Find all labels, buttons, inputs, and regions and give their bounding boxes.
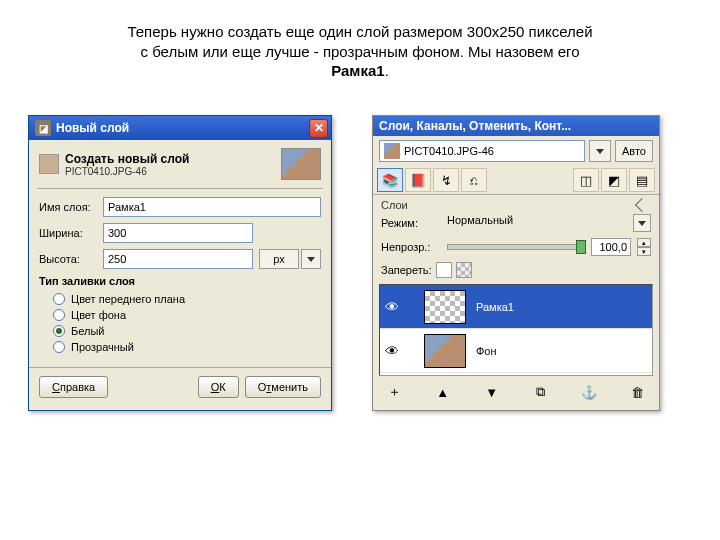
- visibility-toggle[interactable]: 👁: [380, 299, 404, 315]
- layer-name[interactable]: Фон: [466, 345, 497, 357]
- close-button[interactable]: ✕: [309, 119, 328, 138]
- instruction-line1: Теперь нужно создать еще один слой разме…: [127, 23, 592, 40]
- layer-actions: ＋ ▲ ▼ ⧉ ⚓ 🗑: [373, 376, 659, 410]
- panel-title[interactable]: Слои, Каналы, Отменить, Конт...: [373, 116, 659, 136]
- dialog-titlebar[interactable]: ◪ Новый слой ✕: [29, 116, 331, 140]
- radio-foreground[interactable]: Цвет переднего плана: [39, 291, 321, 307]
- raise-layer-button[interactable]: ▲: [432, 382, 454, 402]
- help-button[interactable]: Справка: [39, 376, 108, 398]
- image-thumbnail: [281, 148, 321, 180]
- tab-layers-icon[interactable]: 📚: [377, 168, 403, 192]
- width-label: Ширина:: [39, 227, 97, 239]
- delete-layer-button[interactable]: 🗑: [627, 382, 649, 402]
- image-selector-dropdown[interactable]: [589, 140, 611, 162]
- tab-menu-button[interactable]: [635, 198, 649, 212]
- radio-transparent[interactable]: Прозрачный: [39, 339, 321, 355]
- new-layer-dialog: ◪ Новый слой ✕ Создать новый слой PICT04…: [28, 115, 332, 411]
- unit-select[interactable]: px: [259, 249, 299, 269]
- instruction-line2: с белым или еще лучше - прозрачным фоном…: [140, 43, 579, 60]
- layer-name-input[interactable]: [103, 197, 321, 217]
- tab-gradient-icon[interactable]: ▤: [629, 168, 655, 192]
- lock-alpha-icon[interactable]: [456, 262, 472, 278]
- layer-item-ramka1[interactable]: 👁 Рамка1: [380, 285, 652, 329]
- radio-background[interactable]: Цвет фона: [39, 307, 321, 323]
- lock-pixels-checkbox[interactable]: [436, 262, 452, 278]
- dialog-title: Новый слой: [56, 121, 129, 135]
- opacity-value[interactable]: 100,0: [591, 238, 631, 256]
- instruction-text: Теперь нужно создать еще один слой разме…: [40, 22, 680, 81]
- anchor-layer-button[interactable]: ⚓: [578, 382, 600, 402]
- instruction-layer-name: Рамка1: [331, 62, 384, 79]
- layer-name[interactable]: Рамка1: [466, 301, 514, 313]
- radio-white[interactable]: Белый: [39, 323, 321, 339]
- layer-icon: [39, 154, 59, 174]
- height-input[interactable]: [103, 249, 253, 269]
- layer-thumbnail: [424, 334, 466, 368]
- fill-section-title: Тип заливки слоя: [39, 275, 321, 287]
- name-row: Имя слоя:: [39, 197, 321, 217]
- combo-value: PICT0410.JPG-46: [404, 145, 494, 157]
- tab-selection-icon[interactable]: ◫: [573, 168, 599, 192]
- layers-tab-label: Слои: [381, 199, 408, 211]
- opacity-steppers[interactable]: ▴▾: [637, 238, 651, 256]
- cancel-button[interactable]: Отменить: [245, 376, 321, 398]
- dock-tabs: 📚 📕 ↯ ⎌ ◫ ◩ ▤: [373, 166, 659, 195]
- new-layer-button[interactable]: ＋: [383, 382, 405, 402]
- layer-list: 👁 Рамка1 👁 Фон: [379, 284, 653, 376]
- dialog-heading: Создать новый слой: [65, 152, 275, 166]
- height-label: Высота:: [39, 253, 97, 265]
- instruction-suffix: .: [385, 62, 389, 79]
- width-input[interactable]: [103, 223, 253, 243]
- layer-thumbnail: [424, 290, 466, 324]
- lock-label: Запереть:: [381, 264, 432, 276]
- mode-label: Режим:: [381, 217, 441, 229]
- width-row: Ширина:: [39, 223, 321, 243]
- unit-dropdown-button[interactable]: [301, 249, 321, 269]
- dialog-subheading: PICT0410.JPG-46: [65, 166, 275, 177]
- opacity-label: Непрозр.:: [381, 241, 441, 253]
- auto-button[interactable]: Авто: [615, 140, 653, 162]
- layer-item-background[interactable]: 👁 Фон: [380, 329, 652, 373]
- combo-thumbnail-icon: [384, 143, 400, 159]
- duplicate-layer-button[interactable]: ⧉: [529, 382, 551, 402]
- dialog-header: Создать новый слой PICT0410.JPG-46: [29, 140, 331, 186]
- mode-dropdown-button[interactable]: [633, 214, 651, 232]
- tab-undo-icon[interactable]: ⎌: [461, 168, 487, 192]
- height-row: Высота: px: [39, 249, 321, 269]
- lower-layer-button[interactable]: ▼: [481, 382, 503, 402]
- tab-channels-icon[interactable]: 📕: [405, 168, 431, 192]
- name-label: Имя слоя:: [39, 201, 97, 213]
- app-icon: ◪: [35, 120, 51, 136]
- tab-brush-icon[interactable]: ◩: [601, 168, 627, 192]
- mode-select[interactable]: Нормальный: [447, 214, 627, 232]
- visibility-toggle[interactable]: 👁: [380, 343, 404, 359]
- layers-panel: Слои, Каналы, Отменить, Конт... PICT0410…: [372, 115, 660, 411]
- opacity-slider[interactable]: [447, 244, 585, 250]
- ok-button[interactable]: ОК: [198, 376, 239, 398]
- tab-paths-icon[interactable]: ↯: [433, 168, 459, 192]
- image-selector[interactable]: PICT0410.JPG-46: [379, 140, 585, 162]
